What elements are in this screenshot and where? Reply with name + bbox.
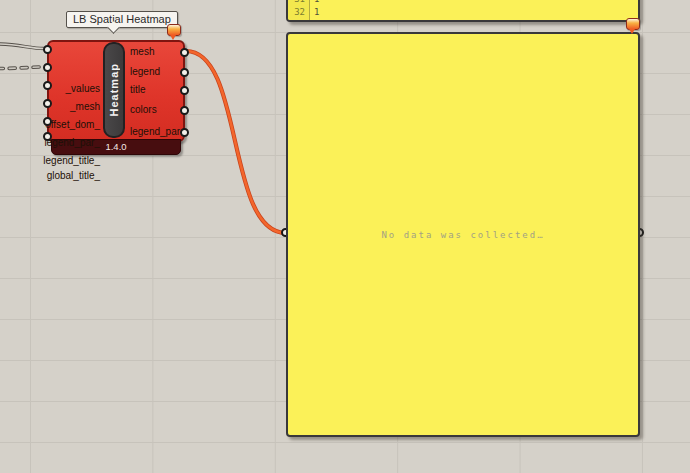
output-connector-title[interactable] <box>180 86 189 95</box>
message-panel[interactable]: No data was collected… <box>286 32 640 437</box>
wire-mesh-dashed[interactable] <box>0 67 44 69</box>
component-name-tag-label: LB Spatial Heatmap <box>73 13 171 25</box>
input-connector-legend-par[interactable] <box>43 99 52 108</box>
output-connector-colors[interactable] <box>180 106 189 115</box>
warning-balloon-icon[interactable] <box>167 24 181 36</box>
input-connector-global-title[interactable] <box>43 132 52 141</box>
input-label-legend-par: legend_par_ <box>44 138 100 148</box>
row-value: 1 <box>314 19 319 22</box>
input-connector-legend-title[interactable] <box>43 117 52 126</box>
panel-message: No data was collected… <box>381 230 544 240</box>
input-label-values: _values <box>66 84 100 94</box>
input-label-mesh: _mesh <box>70 102 100 112</box>
component-title: Heatmap <box>108 63 120 116</box>
output-connector-legend[interactable] <box>180 68 189 77</box>
output-label-legend-par: legend_par <box>130 127 180 137</box>
wire-mesh-to-panel[interactable] <box>186 51 286 233</box>
row-value: 1 <box>314 6 319 19</box>
component-name-tag: LB Spatial Heatmap <box>66 11 178 28</box>
input-label-offset-dom: offset_dom_ <box>45 120 100 130</box>
output-label-colors: colors <box>130 105 157 115</box>
row-index: 33 <box>288 19 305 22</box>
input-label-legend-title: legend_title_ <box>43 156 100 166</box>
input-connector-values[interactable] <box>43 45 52 54</box>
heatmap-component[interactable]: 1.4.0 _values _mesh offset_dom_ legend_p… <box>47 40 185 156</box>
component-name-capsule[interactable]: Heatmap <box>103 42 125 138</box>
data-panel[interactable]: 31 1 32 1 33 1 <box>286 0 640 22</box>
input-connector-mesh[interactable] <box>43 63 52 72</box>
row-index: 32 <box>288 6 305 19</box>
output-label-legend: legend <box>130 67 160 77</box>
warning-balloon-icon[interactable] <box>626 18 640 30</box>
output-label-title: title <box>130 85 146 95</box>
input-connector-offset-dom[interactable] <box>43 81 52 90</box>
wire-values[interactable] <box>0 44 44 49</box>
output-label-mesh: mesh <box>130 47 154 57</box>
output-connector-mesh[interactable] <box>180 48 189 57</box>
grasshopper-canvas: 31 1 32 1 33 1 No data was collected… 1.… <box>0 0 690 473</box>
output-connector-legend-par[interactable] <box>180 128 189 137</box>
input-label-global-title: global_title_ <box>47 171 100 181</box>
